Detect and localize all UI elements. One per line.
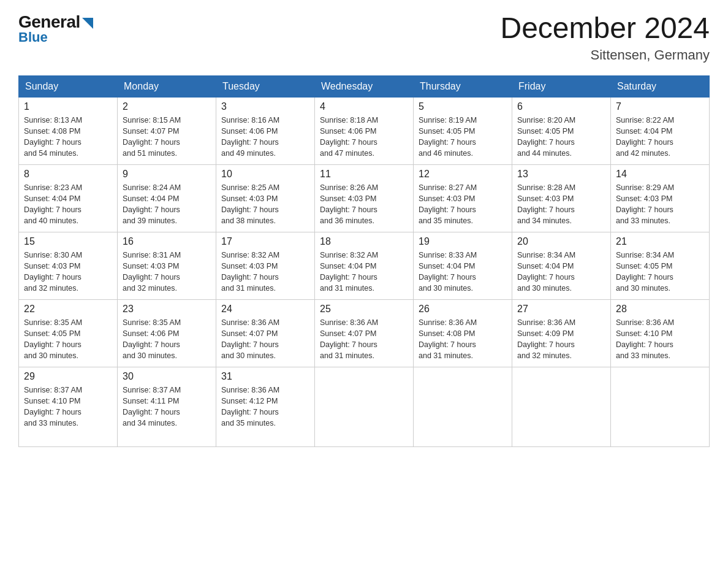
day-info: Sunrise: 8:36 AM Sunset: 4:10 PM Dayligh…	[616, 317, 704, 362]
day-info: Sunrise: 8:37 AM Sunset: 4:11 PM Dayligh…	[123, 385, 211, 429]
day-number: 12	[419, 169, 507, 180]
day-number: 22	[24, 304, 112, 315]
day-info: Sunrise: 8:35 AM Sunset: 4:05 PM Dayligh…	[24, 317, 112, 362]
day-info: Sunrise: 8:27 AM Sunset: 4:03 PM Dayligh…	[419, 182, 507, 227]
title-section: December 2024 Sittensen, Germany	[500, 12, 710, 63]
day-cell: 31 Sunrise: 8:36 AM Sunset: 4:12 PM Dayl…	[216, 367, 315, 446]
day-cell: 27 Sunrise: 8:36 AM Sunset: 4:09 PM Dayl…	[512, 299, 611, 367]
header-saturday: Saturday	[611, 75, 710, 97]
day-cell: 12 Sunrise: 8:27 AM Sunset: 4:03 PM Dayl…	[414, 164, 512, 232]
day-number: 2	[123, 101, 211, 112]
header-thursday: Thursday	[414, 75, 512, 97]
day-cell: 4 Sunrise: 8:18 AM Sunset: 4:06 PM Dayli…	[315, 97, 414, 164]
day-info: Sunrise: 8:15 AM Sunset: 4:07 PM Dayligh…	[123, 115, 211, 159]
day-number: 9	[123, 169, 211, 180]
week-row-5: 29 Sunrise: 8:37 AM Sunset: 4:10 PM Dayl…	[19, 367, 710, 446]
day-number: 20	[517, 236, 605, 247]
day-info: Sunrise: 8:16 AM Sunset: 4:06 PM Dayligh…	[221, 115, 309, 159]
day-cell: 14 Sunrise: 8:29 AM Sunset: 4:03 PM Dayl…	[611, 164, 710, 232]
day-cell: 11 Sunrise: 8:26 AM Sunset: 4:03 PM Dayl…	[315, 164, 414, 232]
day-cell	[414, 367, 512, 446]
week-row-4: 22 Sunrise: 8:35 AM Sunset: 4:05 PM Dayl…	[19, 299, 710, 367]
day-cell: 10 Sunrise: 8:25 AM Sunset: 4:03 PM Dayl…	[216, 164, 315, 232]
day-info: Sunrise: 8:34 AM Sunset: 4:04 PM Dayligh…	[517, 250, 605, 294]
day-info: Sunrise: 8:23 AM Sunset: 4:04 PM Dayligh…	[24, 182, 112, 227]
week-row-2: 8 Sunrise: 8:23 AM Sunset: 4:04 PM Dayli…	[19, 164, 710, 232]
day-number: 16	[123, 236, 211, 247]
month-year-title: December 2024	[500, 12, 710, 45]
day-info: Sunrise: 8:36 AM Sunset: 4:09 PM Dayligh…	[517, 317, 605, 362]
day-info: Sunrise: 8:20 AM Sunset: 4:05 PM Dayligh…	[517, 115, 605, 159]
day-number: 18	[320, 236, 408, 247]
day-number: 6	[517, 101, 605, 112]
day-cell: 6 Sunrise: 8:20 AM Sunset: 4:05 PM Dayli…	[512, 97, 611, 164]
day-info: Sunrise: 8:33 AM Sunset: 4:04 PM Dayligh…	[419, 250, 507, 294]
day-cell: 29 Sunrise: 8:37 AM Sunset: 4:10 PM Dayl…	[19, 367, 118, 446]
header-monday: Monday	[118, 75, 216, 97]
header-tuesday: Tuesday	[216, 75, 315, 97]
day-cell	[315, 367, 414, 446]
day-info: Sunrise: 8:30 AM Sunset: 4:03 PM Dayligh…	[24, 250, 112, 294]
day-cell: 25 Sunrise: 8:36 AM Sunset: 4:07 PM Dayl…	[315, 299, 414, 367]
day-number: 21	[616, 236, 704, 247]
page-header: General Blue December 2024 Sittensen, Ge…	[18, 12, 710, 63]
week-row-3: 15 Sunrise: 8:30 AM Sunset: 4:03 PM Dayl…	[19, 232, 710, 299]
calendar-table: SundayMondayTuesdayWednesdayThursdayFrid…	[18, 75, 710, 447]
day-cell: 13 Sunrise: 8:28 AM Sunset: 4:03 PM Dayl…	[512, 164, 611, 232]
day-cell: 21 Sunrise: 8:34 AM Sunset: 4:05 PM Dayl…	[611, 232, 710, 299]
day-cell: 16 Sunrise: 8:31 AM Sunset: 4:03 PM Dayl…	[118, 232, 216, 299]
day-cell: 5 Sunrise: 8:19 AM Sunset: 4:05 PM Dayli…	[414, 97, 512, 164]
day-info: Sunrise: 8:31 AM Sunset: 4:03 PM Dayligh…	[123, 250, 211, 294]
day-cell: 15 Sunrise: 8:30 AM Sunset: 4:03 PM Dayl…	[19, 232, 118, 299]
day-info: Sunrise: 8:36 AM Sunset: 4:08 PM Dayligh…	[419, 317, 507, 362]
day-cell: 17 Sunrise: 8:32 AM Sunset: 4:03 PM Dayl…	[216, 232, 315, 299]
day-cell: 1 Sunrise: 8:13 AM Sunset: 4:08 PM Dayli…	[19, 97, 118, 164]
day-number: 30	[123, 371, 211, 382]
day-cell: 3 Sunrise: 8:16 AM Sunset: 4:06 PM Dayli…	[216, 97, 315, 164]
day-number: 8	[24, 169, 112, 180]
day-number: 28	[616, 304, 704, 315]
day-cell: 8 Sunrise: 8:23 AM Sunset: 4:04 PM Dayli…	[19, 164, 118, 232]
day-number: 25	[320, 304, 408, 315]
day-info: Sunrise: 8:37 AM Sunset: 4:10 PM Dayligh…	[24, 385, 112, 429]
day-number: 23	[123, 304, 211, 315]
day-number: 5	[419, 101, 507, 112]
day-info: Sunrise: 8:32 AM Sunset: 4:04 PM Dayligh…	[320, 250, 408, 294]
header-wednesday: Wednesday	[315, 75, 414, 97]
day-cell: 19 Sunrise: 8:33 AM Sunset: 4:04 PM Dayl…	[414, 232, 512, 299]
day-info: Sunrise: 8:19 AM Sunset: 4:05 PM Dayligh…	[419, 115, 507, 159]
calendar-header-row: SundayMondayTuesdayWednesdayThursdayFrid…	[19, 75, 710, 97]
location-subtitle: Sittensen, Germany	[500, 47, 710, 63]
day-cell	[512, 367, 611, 446]
day-info: Sunrise: 8:29 AM Sunset: 4:03 PM Dayligh…	[616, 182, 704, 227]
day-cell: 9 Sunrise: 8:24 AM Sunset: 4:04 PM Dayli…	[118, 164, 216, 232]
logo-blue: Blue	[18, 29, 48, 45]
day-info: Sunrise: 8:18 AM Sunset: 4:06 PM Dayligh…	[320, 115, 408, 159]
day-info: Sunrise: 8:26 AM Sunset: 4:03 PM Dayligh…	[320, 182, 408, 227]
svg-marker-0	[82, 18, 93, 29]
day-number: 13	[517, 169, 605, 180]
day-cell: 2 Sunrise: 8:15 AM Sunset: 4:07 PM Dayli…	[118, 97, 216, 164]
day-number: 14	[616, 169, 704, 180]
header-friday: Friday	[512, 75, 611, 97]
day-info: Sunrise: 8:35 AM Sunset: 4:06 PM Dayligh…	[123, 317, 211, 362]
day-number: 31	[221, 371, 309, 382]
day-number: 27	[517, 304, 605, 315]
logo: General Blue	[18, 12, 93, 45]
week-row-1: 1 Sunrise: 8:13 AM Sunset: 4:08 PM Dayli…	[19, 97, 710, 164]
day-cell: 23 Sunrise: 8:35 AM Sunset: 4:06 PM Dayl…	[118, 299, 216, 367]
day-number: 3	[221, 101, 309, 112]
day-info: Sunrise: 8:13 AM Sunset: 4:08 PM Dayligh…	[24, 115, 112, 159]
day-number: 10	[221, 169, 309, 180]
day-cell: 26 Sunrise: 8:36 AM Sunset: 4:08 PM Dayl…	[414, 299, 512, 367]
day-number: 4	[320, 101, 408, 112]
day-cell: 22 Sunrise: 8:35 AM Sunset: 4:05 PM Dayl…	[19, 299, 118, 367]
day-info: Sunrise: 8:34 AM Sunset: 4:05 PM Dayligh…	[616, 250, 704, 294]
day-cell: 18 Sunrise: 8:32 AM Sunset: 4:04 PM Dayl…	[315, 232, 414, 299]
day-number: 29	[24, 371, 112, 382]
day-cell: 30 Sunrise: 8:37 AM Sunset: 4:11 PM Dayl…	[118, 367, 216, 446]
day-number: 15	[24, 236, 112, 247]
day-cell: 7 Sunrise: 8:22 AM Sunset: 4:04 PM Dayli…	[611, 97, 710, 164]
day-cell	[611, 367, 710, 446]
day-number: 19	[419, 236, 507, 247]
